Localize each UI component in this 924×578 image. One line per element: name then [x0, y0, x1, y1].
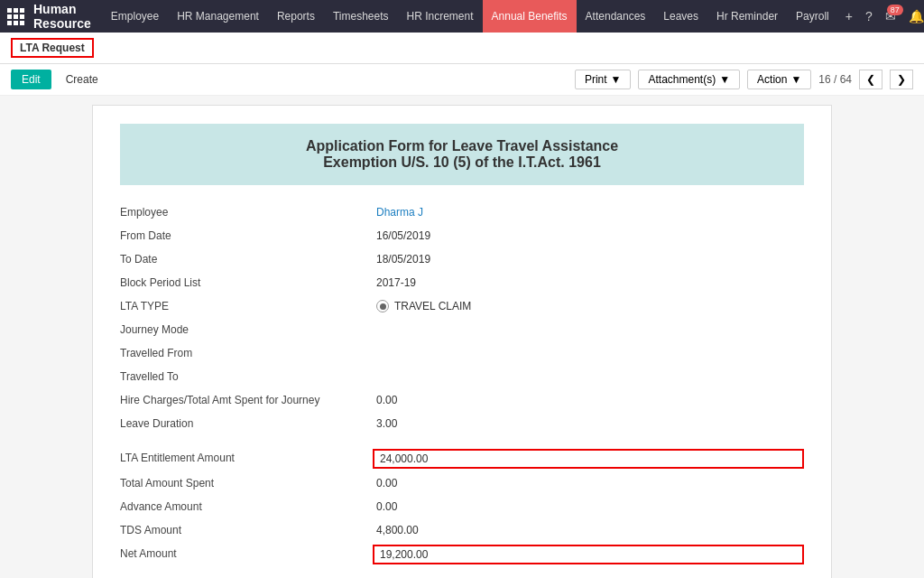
- label-advance-amount: Advance Amount: [120, 498, 373, 516]
- label-travelled-from: Travelled From: [120, 344, 373, 362]
- field-net-amount: Net Amount 19,200.00: [120, 545, 804, 564]
- nav-annual-benefits[interactable]: Annual Benefits: [483, 0, 577, 33]
- field-block-period: Block Period List 2017-19: [120, 274, 804, 292]
- value-to-date: 18/05/2019: [373, 250, 804, 268]
- topbar: Human Resource Employee HR Management Re…: [0, 0, 924, 33]
- nav-employee[interactable]: Employee: [102, 0, 168, 33]
- field-travelled-from: Travelled From: [120, 344, 804, 362]
- attachments-button[interactable]: Attachment(s) ▼: [638, 70, 740, 89]
- breadcrumb-bar: LTA Request: [0, 33, 924, 64]
- form-title-line2: Exemption U/S. 10 (5) of the I.T.Act. 19…: [134, 154, 790, 171]
- field-lta-entitlement: LTA Entitlement Amount 24,000.00: [120, 449, 804, 469]
- value-lta-entitlement: 24,000.00: [373, 449, 804, 469]
- form-header: Application Form for Leave Travel Assist…: [120, 124, 804, 185]
- print-button[interactable]: Print ▼: [575, 70, 632, 89]
- nav-menu: Employee HR Management Reports Timesheet…: [102, 0, 838, 33]
- notifications-icon[interactable]: 🔔: [905, 7, 924, 25]
- field-employee: Employee Dharma J: [120, 203, 804, 221]
- value-employee[interactable]: Dharma J: [373, 203, 804, 221]
- field-from-date: From Date 16/05/2019: [120, 227, 804, 245]
- toolbar: Edit Create Print ▼ Attachment(s) ▼ Acti…: [0, 64, 924, 96]
- grid-icon: [7, 8, 24, 25]
- field-lta-type: LTA TYPE TRAVEL CLAIM: [120, 297, 804, 315]
- pagination-info: 16 / 64: [818, 73, 852, 86]
- field-travelled-to: Travelled To: [120, 368, 804, 386]
- action-button[interactable]: Action ▼: [747, 70, 811, 89]
- add-menu-button[interactable]: +: [842, 7, 856, 25]
- value-lta-type: TRAVEL CLAIM: [373, 297, 804, 315]
- label-lta-entitlement: LTA Entitlement Amount: [120, 449, 373, 467]
- value-hire-charges: 0.00: [373, 391, 804, 409]
- label-journey-mode: Journey Mode: [120, 321, 373, 339]
- nav-payroll[interactable]: Payroll: [787, 0, 838, 33]
- nav-hr-increment[interactable]: HR Increment: [398, 0, 483, 33]
- breadcrumb[interactable]: LTA Request: [11, 38, 94, 58]
- toolbar-right: Print ▼ Attachment(s) ▼ Action ▼ 16 / 64…: [575, 70, 913, 89]
- app-title: Human Resource: [33, 2, 91, 31]
- value-leave-duration: 3.00: [373, 415, 804, 433]
- label-lta-type: LTA TYPE: [120, 297, 373, 315]
- field-hire-charges: Hire Charges/Total Amt Spent for Journey…: [120, 391, 804, 409]
- value-travelled-from: [373, 344, 804, 350]
- message-badge: 87: [887, 5, 903, 15]
- value-journey-mode: [373, 321, 804, 326]
- nav-attendances[interactable]: Attendances: [577, 0, 655, 33]
- app-logo[interactable]: Human Resource: [7, 2, 91, 31]
- value-total-amount: 0.00: [373, 474, 804, 492]
- form-container: Application Form for Leave Travel Assist…: [92, 105, 832, 578]
- label-net-amount: Net Amount: [120, 545, 373, 563]
- label-hire-charges: Hire Charges/Total Amt Spent for Journey: [120, 391, 373, 409]
- value-from-date: 16/05/2019: [373, 227, 804, 245]
- help-icon[interactable]: ?: [862, 7, 876, 25]
- prev-record-button[interactable]: ❮: [859, 70, 882, 89]
- label-leave-duration: Leave Duration: [120, 415, 373, 433]
- nav-leaves[interactable]: Leaves: [654, 0, 707, 33]
- label-total-amount: Total Amount Spent: [120, 474, 373, 492]
- create-button[interactable]: Create: [59, 70, 106, 89]
- nav-timesheets[interactable]: Timesheets: [324, 0, 398, 33]
- field-to-date: To Date 18/05/2019: [120, 250, 804, 268]
- main-content: Application Form for Leave Travel Assist…: [0, 96, 924, 578]
- value-tds-amount: 4,800.00: [373, 521, 804, 539]
- label-block-period: Block Period List: [120, 274, 373, 292]
- topbar-actions: + ? ✉ 87 🔔 ⚑ 👤: [842, 5, 924, 28]
- value-advance-amount: 0.00: [373, 498, 804, 516]
- label-from-date: From Date: [120, 227, 373, 245]
- value-travelled-to: [373, 368, 804, 373]
- value-net-amount: 19,200.00: [373, 545, 804, 564]
- edit-button[interactable]: Edit: [11, 70, 51, 89]
- lta-type-radio[interactable]: [376, 300, 389, 312]
- nav-reports[interactable]: Reports: [268, 0, 324, 33]
- field-journey-mode: Journey Mode: [120, 321, 804, 339]
- print-caret-icon: ▼: [611, 73, 622, 86]
- nav-hr-management[interactable]: HR Management: [168, 0, 268, 33]
- label-tds-amount: TDS Amount: [120, 521, 373, 539]
- label-travelled-to: Travelled To: [120, 368, 373, 386]
- value-block-period: 2017-19: [373, 274, 804, 292]
- lta-type-text: TRAVEL CLAIM: [394, 300, 471, 312]
- form-title-line1: Application Form for Leave Travel Assist…: [134, 138, 790, 154]
- action-caret-icon: ▼: [790, 73, 801, 86]
- label-employee: Employee: [120, 203, 373, 221]
- field-total-amount: Total Amount Spent 0.00: [120, 474, 804, 492]
- attachments-caret-icon: ▼: [719, 73, 730, 86]
- nav-hr-reminder[interactable]: Hr Reminder: [707, 0, 787, 33]
- messages-icon[interactable]: ✉ 87: [882, 7, 900, 25]
- field-tds-amount: TDS Amount 4,800.00: [120, 521, 804, 539]
- field-advance-amount: Advance Amount 0.00: [120, 498, 804, 516]
- label-to-date: To Date: [120, 250, 373, 268]
- next-record-button[interactable]: ❯: [890, 70, 913, 89]
- field-leave-duration: Leave Duration 3.00: [120, 415, 804, 433]
